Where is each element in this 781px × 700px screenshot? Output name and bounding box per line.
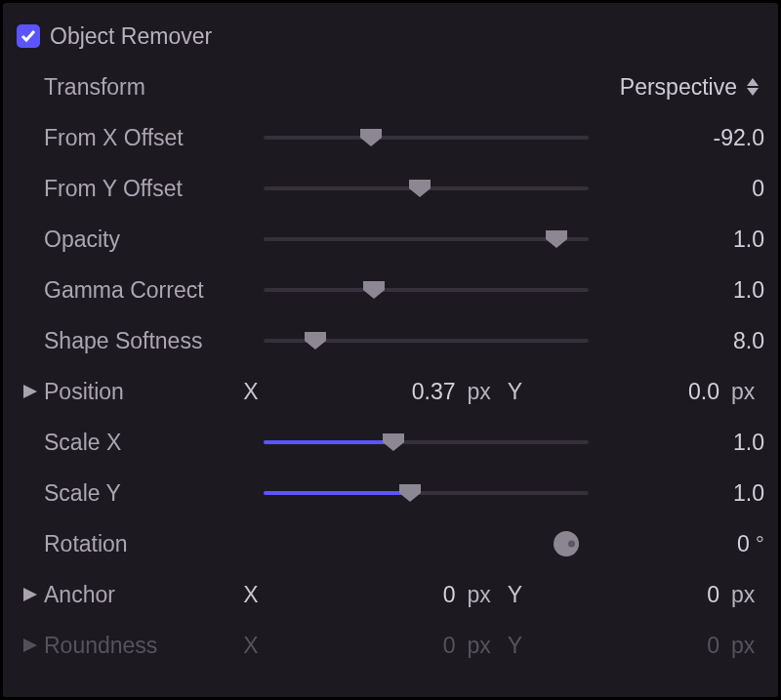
- anchor-x-unit: px: [462, 584, 501, 606]
- roundness-x-unit: px: [462, 635, 501, 657]
- svg-marker-6: [305, 332, 326, 350]
- rotation-dial[interactable]: [554, 531, 579, 556]
- softness-value[interactable]: 8.0: [598, 330, 764, 352]
- transform-value: Perspective: [620, 76, 737, 99]
- from-y-label: From Y Offset: [44, 178, 264, 200]
- y-axis-label: Y: [501, 635, 530, 657]
- from-y-offset-row: From Y Offset 0: [17, 163, 764, 214]
- from-y-value[interactable]: 0: [598, 178, 764, 200]
- rotation-label: Rotation: [44, 533, 264, 556]
- anchor-y-field[interactable]: Y 0 px: [501, 584, 765, 606]
- anchor-y-value: 0: [530, 584, 726, 606]
- scale-x-label: Scale X: [44, 432, 264, 454]
- rotation-row: Rotation 0°: [17, 518, 764, 569]
- up-down-icon: [747, 78, 759, 96]
- opacity-row: Opacity 1.0: [17, 214, 764, 265]
- roundness-y-unit: px: [725, 635, 764, 657]
- roundness-x-field: X 0 px: [236, 635, 501, 657]
- svg-marker-0: [747, 78, 759, 86]
- svg-marker-7: [23, 385, 37, 398]
- svg-marker-2: [360, 129, 382, 146]
- from-x-label: From X Offset: [44, 127, 264, 149]
- position-x-unit: px: [462, 381, 501, 403]
- opacity-value[interactable]: 1.0: [598, 228, 764, 251]
- svg-marker-4: [546, 230, 567, 248]
- effect-enable-checkbox[interactable]: [17, 24, 40, 48]
- effect-header-row: Object Remover: [17, 11, 764, 62]
- gamma-value[interactable]: 1.0: [598, 279, 764, 302]
- svg-marker-1: [747, 88, 759, 96]
- scale-y-row: Scale Y 1.0: [17, 468, 764, 518]
- anchor-y-unit: px: [725, 584, 764, 606]
- from-x-value[interactable]: -92.0: [598, 127, 764, 149]
- inspector-panel: Object Remover Transform Perspective Fro…: [0, 0, 781, 700]
- svg-marker-9: [399, 484, 421, 502]
- svg-marker-8: [383, 433, 404, 451]
- position-x-value: 0.37: [266, 381, 462, 403]
- svg-marker-3: [409, 180, 431, 197]
- position-label: Position: [44, 381, 236, 403]
- transform-dropdown[interactable]: Perspective: [264, 76, 764, 99]
- roundness-label: Roundness: [44, 635, 236, 657]
- softness-row: Shape Softness 8.0: [17, 315, 764, 366]
- x-axis-label: X: [236, 635, 266, 657]
- scale-x-row: Scale X 1.0: [17, 417, 764, 468]
- y-axis-label: Y: [501, 381, 530, 403]
- degree-icon: °: [756, 533, 764, 556]
- transform-row: Transform Perspective: [17, 62, 764, 112]
- position-disclosure[interactable]: [17, 385, 44, 398]
- position-y-unit: px: [725, 381, 764, 403]
- position-row: Position X 0.37 px Y 0.0 px: [17, 366, 764, 417]
- anchor-disclosure[interactable]: [17, 588, 44, 601]
- opacity-slider[interactable]: [264, 237, 598, 241]
- scale-x-value[interactable]: 1.0: [598, 432, 764, 454]
- from-x-slider[interactable]: [264, 136, 598, 140]
- opacity-label: Opacity: [44, 228, 264, 251]
- gamma-slider[interactable]: [264, 288, 598, 292]
- softness-slider[interactable]: [264, 339, 598, 343]
- effect-title: Object Remover: [50, 25, 212, 48]
- position-y-value: 0.0: [530, 381, 726, 403]
- svg-marker-10: [23, 588, 37, 601]
- anchor-label: Anchor: [44, 584, 236, 606]
- anchor-row: Anchor X 0 px Y 0 px: [17, 569, 764, 620]
- roundness-x-value: 0: [266, 635, 462, 657]
- position-x-field[interactable]: X 0.37 px: [236, 381, 501, 403]
- roundness-y-value: 0: [530, 635, 726, 657]
- anchor-x-field[interactable]: X 0 px: [236, 584, 501, 606]
- scale-y-slider[interactable]: [264, 491, 598, 495]
- gamma-label: Gamma Correct: [44, 279, 264, 302]
- roundness-disclosure[interactable]: [17, 638, 44, 652]
- y-axis-label: Y: [501, 584, 530, 606]
- anchor-x-value: 0: [266, 584, 462, 606]
- svg-marker-11: [23, 638, 37, 652]
- softness-label: Shape Softness: [44, 330, 264, 352]
- rotation-value[interactable]: 0°: [598, 533, 764, 556]
- position-y-field[interactable]: Y 0.0 px: [501, 381, 765, 403]
- x-axis-label: X: [236, 381, 266, 403]
- from-y-slider[interactable]: [264, 186, 598, 190]
- gamma-row: Gamma Correct 1.0: [17, 265, 764, 315]
- transform-label: Transform: [44, 76, 264, 99]
- x-axis-label: X: [236, 584, 266, 606]
- scale-x-slider[interactable]: [264, 440, 598, 444]
- roundness-row: Roundness X 0 px Y 0 px: [17, 620, 764, 671]
- scale-y-label: Scale Y: [44, 482, 264, 505]
- roundness-y-field: Y 0 px: [501, 635, 765, 657]
- svg-marker-5: [363, 281, 385, 299]
- rotation-control: [264, 531, 598, 556]
- from-x-offset-row: From X Offset -92.0: [17, 112, 764, 163]
- scale-y-value[interactable]: 1.0: [598, 482, 764, 505]
